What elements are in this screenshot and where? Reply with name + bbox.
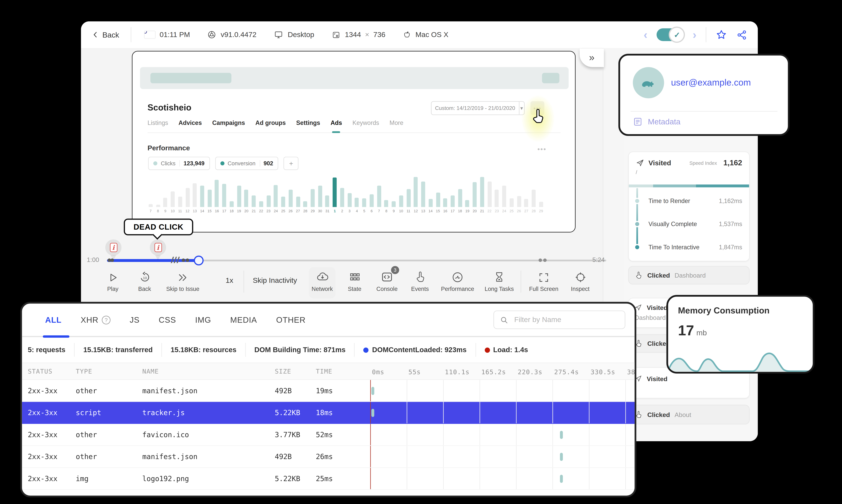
network-table-row[interactable]: 2xx-3xximglogo192.png5.22KB25ms xyxy=(22,468,635,490)
back-button[interactable]: Back xyxy=(91,30,119,39)
cell-name: manifest.json xyxy=(137,452,269,461)
user-card[interactable]: user@example.com Metadata xyxy=(619,54,790,136)
date-range-select[interactable]: Custom: 14/12/2019 - 21/01/2020 ▾ xyxy=(431,101,524,115)
dom-loaded-marker-line xyxy=(370,402,371,423)
grid-line xyxy=(480,380,480,401)
network-table-row[interactable]: 2xx-3xxotherfavicon.ico3.77KB52ms xyxy=(22,424,635,446)
total-duration: 5:24 xyxy=(592,256,605,263)
request-timing-bar xyxy=(560,431,562,439)
add-metric-button[interactable]: + xyxy=(284,157,299,170)
chart-bar xyxy=(458,189,462,207)
issue-marker-icon[interactable]: i xyxy=(150,239,166,255)
chart-bar xyxy=(451,196,455,207)
site-tab-ads[interactable]: Ads xyxy=(330,119,342,126)
cell-type: other xyxy=(70,386,137,395)
chart-bar-slot: 20 xyxy=(471,175,479,213)
chart-x-label: 23 xyxy=(266,209,270,213)
section-menu-icon[interactable]: ••• xyxy=(537,145,547,153)
chart-x-label: 31 xyxy=(325,209,329,213)
event-row-clicked-about[interactable]: Clicked About xyxy=(628,405,750,425)
network-tab-all[interactable]: ALL xyxy=(45,315,61,324)
long-tasks-panel-button[interactable]: Long Tasks xyxy=(473,270,525,292)
issue-marker-icon[interactable]: i xyxy=(105,239,121,255)
chart-x-label: 16 xyxy=(443,209,447,213)
chart-bar-slot: 5 xyxy=(361,175,368,213)
visited-event-card[interactable]: Visited Speed Index 1,162 / Time to Rend… xyxy=(628,151,750,262)
chart-x-label: 16 xyxy=(215,209,219,213)
cell-size: 5.22KB xyxy=(269,409,310,417)
request-timing-bar xyxy=(372,409,374,417)
network-table-row[interactable]: 2xx-3xxothermanifest.json492B26ms xyxy=(22,446,635,468)
skip-inactivity-toggle[interactable]: Skip Inactivity xyxy=(253,276,297,285)
date-range-value: Custom: 14/12/2019 - 21/01/2020 xyxy=(432,105,519,111)
metric-value: 1,847ms xyxy=(719,244,742,250)
chart-x-label: 11 xyxy=(407,209,410,213)
playback-speed-button[interactable]: 1x xyxy=(226,276,233,285)
visited-card-header: Visited Speed Index 1,162 xyxy=(629,152,749,167)
chart-bar-slot: 15 xyxy=(434,175,442,213)
chart-x-label: 2 xyxy=(341,209,343,213)
chart-bar-slot: 6 xyxy=(368,175,375,213)
network-tab-other[interactable]: OTHER xyxy=(276,315,306,324)
network-tab-css[interactable]: CSS xyxy=(159,315,176,324)
request-timing-bar xyxy=(372,387,374,395)
site-tab-settings[interactable]: Settings xyxy=(296,119,320,126)
inspect-button[interactable]: Inspect xyxy=(554,270,606,292)
chart-bar xyxy=(311,189,315,207)
metric-value: 1,537ms xyxy=(719,220,742,227)
chart-bar-slot: 22 xyxy=(486,175,493,213)
site-tab-campaigns[interactable]: Campaigns xyxy=(212,119,245,126)
skip-to-issue-button[interactable]: Skip to Issue xyxy=(157,270,209,292)
chart-bar-slot: 19 xyxy=(235,175,243,213)
metadata-button[interactable]: Metadata xyxy=(633,117,681,127)
user-email: user@example.com xyxy=(671,77,751,88)
dom-loaded-marker-line xyxy=(370,468,371,489)
chart-bar xyxy=(288,190,292,207)
load-phase-segment xyxy=(629,184,653,187)
network-table-row[interactable]: 2xx-3xxothermanifest.json492B19ms xyxy=(22,380,635,402)
network-table-row[interactable]: 2xx-3xxscripttracker.js5.22KB18ms xyxy=(22,402,635,424)
clicks-metric-chip[interactable]: Clicks 123,949 xyxy=(148,157,210,170)
metric-value: 1,162ms xyxy=(719,197,742,204)
network-tab-xhr[interactable]: XHR? xyxy=(80,315,111,324)
favorite-star-button[interactable] xyxy=(716,29,727,40)
session-replay-app: Back 01:11 PM v91.0.4472 Desktop 1344 × … xyxy=(0,0,842,504)
autoplay-toggle[interactable]: ✓ xyxy=(657,28,683,41)
filter-input[interactable] xyxy=(513,315,619,324)
chart-bar-slot: 28 xyxy=(530,175,537,213)
chart-x-label: 24 xyxy=(502,209,506,213)
chart-bar xyxy=(340,188,344,207)
conversion-metric-chip[interactable]: Conversion 902 xyxy=(215,157,279,170)
rhino-avatar-icon xyxy=(639,73,658,93)
grid-line xyxy=(589,380,589,401)
timeline-tick-label: 110.1s xyxy=(445,368,470,376)
site-tab-ad-groups[interactable]: Ad groups xyxy=(255,119,286,126)
cell-type: other xyxy=(70,452,137,461)
site-tab-listings[interactable]: Listings xyxy=(147,119,168,126)
site-tab-keywords[interactable]: Keywords xyxy=(353,119,379,126)
event-row-clicked[interactable]: Clicked Dashboard xyxy=(628,266,750,285)
site-tab-advices[interactable]: Advices xyxy=(179,119,202,126)
chart-bar-slot: 31 xyxy=(324,175,331,213)
filter-search-box[interactable] xyxy=(494,310,625,329)
cell-type: script xyxy=(70,409,137,417)
metric-row: Time to Render 1,162ms xyxy=(629,197,749,204)
next-session-button[interactable]: › xyxy=(693,29,697,40)
playhead[interactable] xyxy=(194,255,203,265)
help-icon[interactable]: ? xyxy=(102,316,111,324)
chart-x-label: 20 xyxy=(244,209,248,213)
grid-line xyxy=(407,468,407,489)
share-button[interactable] xyxy=(736,29,747,40)
prev-session-button[interactable]: ‹ xyxy=(644,29,647,40)
metric-dot xyxy=(634,244,641,250)
network-tab-js[interactable]: JS xyxy=(130,315,140,324)
site-tab-more[interactable]: More xyxy=(390,119,403,126)
network-tab-media[interactable]: MEDIA xyxy=(230,315,257,324)
device-type: Desktop xyxy=(288,31,314,39)
chart-x-label: 5 xyxy=(363,209,365,213)
chevron-left-icon xyxy=(91,31,100,39)
toggle-check-icon: ✓ xyxy=(669,26,685,43)
network-tab-img[interactable]: IMG xyxy=(195,315,211,324)
cell-name: manifest.json xyxy=(137,386,269,395)
grid-line xyxy=(480,446,480,467)
